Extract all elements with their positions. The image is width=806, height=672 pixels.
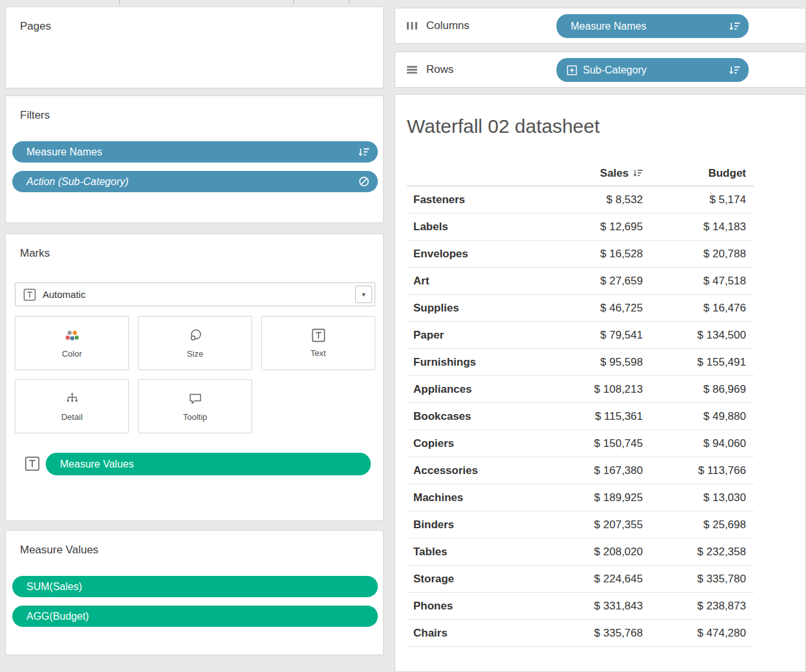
size-button-label: Size xyxy=(187,349,203,359)
row-label[interactable]: Envelopes xyxy=(407,248,549,261)
detail-button[interactable]: Detail xyxy=(15,379,129,433)
row-sales[interactable]: $ 115,361 xyxy=(549,410,651,423)
color-button-label: Color xyxy=(62,349,82,359)
row-label[interactable]: Paper xyxy=(407,329,549,342)
table-row: Art $ 27,659 $ 47,518 xyxy=(407,268,754,295)
tooltip-button[interactable]: Tooltip xyxy=(138,379,252,433)
row-sales[interactable]: $ 167,380 xyxy=(549,464,651,477)
row-label[interactable]: Machines xyxy=(407,491,549,504)
mark-type-dropdown[interactable]: Automatic ▼ xyxy=(15,282,375,306)
row-sales[interactable]: $ 108,213 xyxy=(549,383,651,396)
toolbar-divider xyxy=(293,0,294,5)
row-budget[interactable]: $ 16,476 xyxy=(651,302,754,315)
encoding-pill-measure-values[interactable]: Measure Values xyxy=(46,453,371,475)
row-sales[interactable]: $ 46,725 xyxy=(549,302,651,315)
row-budget[interactable]: $ 25,698 xyxy=(651,519,754,531)
row-budget[interactable]: $ 13,030 xyxy=(651,491,754,504)
row-label[interactable]: Storage xyxy=(407,573,549,586)
chevron-down-icon[interactable]: ▼ xyxy=(355,286,372,303)
row-sales[interactable]: $ 12,695 xyxy=(549,221,651,233)
row-budget[interactable]: $ 474,280 xyxy=(651,627,754,640)
row-sales[interactable]: $ 224,645 xyxy=(549,573,651,586)
tooltip-icon xyxy=(188,391,203,406)
row-label[interactable]: Labels xyxy=(407,221,549,233)
row-label[interactable]: Supplies xyxy=(407,302,549,315)
sort-descending-icon[interactable] xyxy=(729,22,740,31)
row-budget[interactable]: $ 155,491 xyxy=(651,356,754,369)
row-label[interactable]: Accessories xyxy=(407,464,549,477)
measure-pill-agg-budget[interactable]: AGG(Budget) xyxy=(12,606,378,627)
row-budget[interactable]: $ 86,969 xyxy=(651,383,754,396)
row-sales[interactable]: $ 208,020 xyxy=(549,546,651,558)
row-budget[interactable]: $ 134,500 xyxy=(651,329,754,342)
measure-pill-label: SUM(Sales) xyxy=(26,581,82,593)
row-label[interactable]: Tables xyxy=(407,546,549,558)
row-sales[interactable]: $ 189,925 xyxy=(549,491,651,504)
columns-shelf[interactable]: Columns Measure Names xyxy=(395,8,806,44)
filters-shelf: Filters Measure Names Action (Sub-Catego… xyxy=(5,95,384,223)
columns-pill-measure-names[interactable]: Measure Names xyxy=(556,14,749,38)
rows-shelf-label: Rows xyxy=(426,63,454,76)
row-sales[interactable]: $ 150,745 xyxy=(549,437,651,450)
measure-values-card: Measure Values SUM(Sales) AGG(Budget) xyxy=(5,530,384,655)
exclude-icon[interactable] xyxy=(359,176,369,187)
row-sales[interactable]: $ 16,528 xyxy=(549,248,651,261)
toolbar-divider xyxy=(119,0,120,5)
pages-shelf[interactable]: Pages xyxy=(5,6,384,88)
text-mark-icon xyxy=(23,288,36,301)
sort-descending-icon[interactable] xyxy=(359,148,369,157)
row-budget[interactable]: $ 238,873 xyxy=(651,600,754,613)
row-label[interactable]: Bookcases xyxy=(407,410,549,423)
row-budget[interactable]: $ 113,766 xyxy=(651,464,754,477)
marks-card: Marks Automatic ▼ xyxy=(5,233,384,521)
table-row: Fasteners $ 8,532 $ 5,174 xyxy=(407,186,754,213)
filter-pill-action-subcategory[interactable]: Action (Sub-Category) xyxy=(12,171,378,192)
row-budget[interactable]: $ 335,780 xyxy=(651,573,754,586)
row-budget[interactable]: $ 20,788 xyxy=(651,248,754,261)
pages-title: Pages xyxy=(6,7,383,33)
sort-descending-icon[interactable] xyxy=(633,169,643,177)
row-label[interactable]: Furnishings xyxy=(407,356,549,369)
table-body: Fasteners $ 8,532 $ 5,174 Labels $ 12,69… xyxy=(407,186,754,647)
row-sales[interactable]: $ 79,541 xyxy=(549,329,651,342)
row-budget[interactable]: $ 47,518 xyxy=(651,275,754,288)
row-budget[interactable]: $ 5,174 xyxy=(651,193,754,206)
row-budget[interactable]: $ 49,880 xyxy=(651,410,754,423)
sheet-title: Waterfall 02 datasheet xyxy=(407,115,600,137)
text-button[interactable]: Text xyxy=(261,316,375,370)
row-sales[interactable]: $ 27,659 xyxy=(549,275,651,288)
row-label[interactable]: Appliances xyxy=(407,383,549,396)
row-sales[interactable]: $ 95,598 xyxy=(549,356,651,369)
row-label[interactable]: Art xyxy=(407,275,549,288)
column-header-sales[interactable]: Sales xyxy=(549,167,651,180)
color-button[interactable]: Color xyxy=(15,316,129,370)
measure-values-title: Measure Values xyxy=(6,531,383,557)
rows-pill-sub-category[interactable]: Sub-Category xyxy=(556,58,749,82)
measure-pill-sum-sales[interactable]: SUM(Sales) xyxy=(12,576,378,597)
row-sales[interactable]: $ 8,532 xyxy=(549,193,651,206)
table-row: Bookcases $ 115,361 $ 49,880 xyxy=(407,403,754,430)
table-row: Tables $ 208,020 $ 232,358 xyxy=(407,539,754,566)
rows-shelf[interactable]: Rows Sub-Category xyxy=(395,52,806,88)
column-header-budget[interactable]: Budget xyxy=(651,167,754,180)
row-sales[interactable]: $ 331,843 xyxy=(549,600,651,613)
row-budget[interactable]: $ 14,183 xyxy=(651,221,754,233)
row-label[interactable]: Chairs xyxy=(407,627,549,640)
table-row: Phones $ 331,843 $ 238,873 xyxy=(407,593,754,620)
row-label[interactable]: Fasteners xyxy=(407,193,549,206)
row-label[interactable]: Phones xyxy=(407,600,549,613)
row-sales[interactable]: $ 335,768 xyxy=(549,627,651,640)
sort-descending-icon[interactable] xyxy=(729,66,740,75)
filter-pill-measure-names[interactable]: Measure Names xyxy=(12,141,378,163)
row-sales[interactable]: $ 207,355 xyxy=(549,519,651,531)
color-icon xyxy=(64,328,81,343)
detail-button-label: Detail xyxy=(61,412,83,422)
row-label[interactable]: Copiers xyxy=(407,437,549,450)
expand-hierarchy-icon[interactable] xyxy=(567,65,577,75)
row-budget[interactable]: $ 94,060 xyxy=(651,437,754,450)
size-button[interactable]: Size xyxy=(138,316,252,370)
row-label[interactable]: Binders xyxy=(407,519,549,531)
tooltip-button-label: Tooltip xyxy=(183,412,208,422)
worksheet-view: Waterfall 02 datasheet Sales xyxy=(395,94,806,672)
row-budget[interactable]: $ 232,358 xyxy=(651,546,754,558)
